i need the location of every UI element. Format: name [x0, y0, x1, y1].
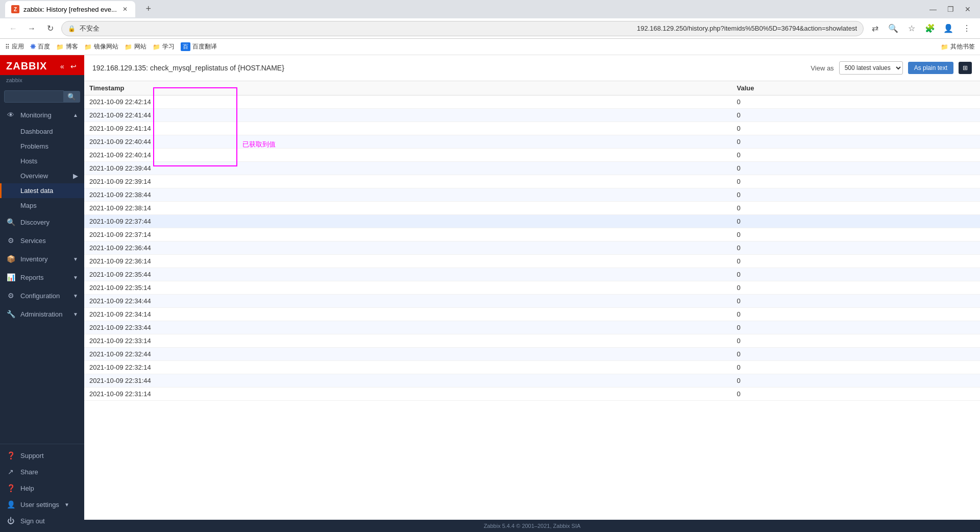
bookmark-label: 百度翻译: [192, 42, 217, 51]
cell-timestamp: 2021-10-09 22:38:14: [84, 202, 732, 215]
help-icon: ❓: [6, 483, 15, 493]
close-button[interactable]: ✕: [961, 2, 975, 16]
reports-icon: 📊: [6, 273, 15, 282]
sidebar-item-monitoring[interactable]: 👁 Monitoring ▲: [0, 106, 84, 124]
sidebar-item-configuration[interactable]: ⚙ Configuration ▼: [0, 286, 84, 305]
sidebar-search-area: 🔍: [0, 87, 84, 106]
extensions-button[interactable]: 🧩: [923, 21, 937, 36]
sidebar-collapse-left[interactable]: «: [58, 62, 67, 71]
as-plain-text-button[interactable]: As plain text: [908, 62, 953, 74]
sidebar-item-label: Latest data: [20, 187, 53, 195]
back-button[interactable]: ←: [6, 21, 20, 36]
bookmark-site[interactable]: 📁 网站: [125, 42, 146, 51]
search-button[interactable]: 🔍: [886, 21, 900, 36]
sidebar-item-sign-out[interactable]: ⏻ Sign out: [0, 513, 84, 529]
sidebar-item-inventory[interactable]: 📦 Inventory ▼: [0, 250, 84, 268]
table-row: 2021-10-09 22:36:440: [84, 241, 980, 255]
view-select[interactable]: 500 latest values 100 latest values Last…: [839, 61, 903, 75]
cell-timestamp: 2021-10-09 22:41:14: [84, 122, 732, 135]
sidebar-item-hosts[interactable]: Hosts: [0, 154, 84, 168]
minimize-button[interactable]: —: [926, 2, 940, 16]
cell-timestamp: 2021-10-09 22:37:44: [84, 215, 732, 228]
cell-value: 0: [732, 334, 981, 348]
cell-timestamp: 2021-10-09 22:39:44: [84, 162, 732, 175]
baidu-icon: ❋: [30, 43, 36, 51]
sidebar-item-administration[interactable]: 🔧 Administration ▼: [0, 305, 84, 323]
bookmark-others[interactable]: 📁 其他书签: [941, 42, 975, 51]
cell-timestamp: 2021-10-09 22:35:14: [84, 281, 732, 295]
restore-button[interactable]: ❐: [943, 2, 958, 16]
translate-icon: 百: [181, 42, 190, 51]
sidebar-item-label: Hosts: [20, 157, 37, 165]
menu-button[interactable]: ⋮: [960, 21, 974, 36]
sidebar-collapse-right[interactable]: ↩: [69, 62, 78, 71]
cell-timestamp: 2021-10-09 22:40:44: [84, 135, 732, 149]
cell-value: 0: [732, 149, 981, 162]
bookmark-button[interactable]: ☆: [904, 21, 919, 36]
page-title: 192.168.129.135: check_mysql_replistatus…: [92, 64, 284, 72]
sidebar-item-support[interactable]: ❓ Support: [0, 447, 84, 464]
cell-timestamp: 2021-10-09 22:42:14: [84, 95, 732, 109]
tab-close-button[interactable]: ✕: [121, 5, 129, 13]
table-row: 2021-10-09 22:39:140: [84, 175, 980, 188]
sidebar-item-dashboard[interactable]: Dashboard: [0, 124, 84, 139]
sidebar-item-services[interactable]: ⚙ Services: [0, 231, 84, 250]
sidebar-search-input[interactable]: [4, 90, 64, 103]
table-row: 2021-10-09 22:33:440: [84, 321, 980, 334]
sidebar-item-maps[interactable]: Maps: [0, 198, 84, 213]
address-bar[interactable]: 🔒 不安全 192.168.129.250/history.php?itemid…: [61, 21, 864, 36]
cell-timestamp: 2021-10-09 22:38:44: [84, 188, 732, 202]
app-container: ZABBIX « ↩ zabbix 🔍 👁 Monitoring ▲ Dashb…: [0, 55, 980, 532]
table-row: 2021-10-09 22:37:440: [84, 215, 980, 228]
bookmarks-bar: ⠿ 应用 ❋ 百度 📁 博客 📁 镜像网站 📁 网站 📁 学习 百 百度翻译 📁: [0, 39, 980, 55]
sidebar-item-reports[interactable]: 📊 Reports ▼: [0, 268, 84, 286]
bookmark-mirror[interactable]: 📁 镜像网站: [84, 42, 118, 51]
bookmark-apps[interactable]: ⠿ 应用: [5, 42, 24, 51]
cell-value: 0: [732, 348, 981, 361]
sidebar-item-share[interactable]: ↗ Share: [0, 464, 84, 480]
sidebar-item-latest-data[interactable]: Latest data: [0, 183, 84, 198]
cell-value: 0: [732, 188, 981, 202]
sidebar-search-button[interactable]: 🔍: [63, 91, 80, 103]
sidebar-bottom: ❓ Support ↗ Share ❓ Help 👤 User settings…: [0, 444, 84, 532]
cell-timestamp: 2021-10-09 22:32:44: [84, 348, 732, 361]
forward-button[interactable]: →: [24, 21, 39, 36]
sidebar-item-label: Support: [20, 452, 44, 460]
sidebar-item-label: Administration: [20, 310, 68, 318]
chevron-down-icon: ▼: [73, 311, 78, 317]
bookmark-translate[interactable]: 百 百度翻译: [181, 42, 217, 51]
sidebar-item-problems[interactable]: Problems: [0, 139, 84, 154]
table-row: 2021-10-09 22:36:140: [84, 255, 980, 268]
profile-button[interactable]: 👤: [941, 21, 955, 36]
bookmark-baidu[interactable]: ❋ 百度: [30, 42, 50, 51]
column-value: Value: [732, 81, 981, 95]
browser-tab[interactable]: Z zabbix: History [refreshed eve... ✕: [5, 1, 135, 17]
sidebar-item-label: Inventory: [20, 255, 68, 263]
page-actions: View as 500 latest values 100 latest val…: [811, 61, 972, 75]
sidebar-item-discovery[interactable]: 🔍 Discovery: [0, 213, 84, 231]
translate-button[interactable]: ⇄: [868, 21, 882, 36]
reload-button[interactable]: ↻: [43, 21, 57, 36]
tab-title: zabbix: History [refreshed eve...: [23, 6, 117, 13]
sidebar-item-label: Monitoring: [20, 111, 68, 119]
bookmark-label: 学习: [162, 42, 175, 51]
main-area: 192.168.129.135: check_mysql_replistatus…: [84, 55, 980, 532]
sign-out-icon: ⏻: [6, 516, 15, 525]
browser-navbar: ← → ↻ 🔒 不安全 192.168.129.250/history.php?…: [0, 18, 980, 39]
cell-timestamp: 2021-10-09 22:39:14: [84, 175, 732, 188]
graph-view-button[interactable]: ⊞: [959, 62, 972, 74]
chevron-down-icon: ▼: [73, 275, 78, 280]
new-tab-button[interactable]: +: [141, 2, 156, 16]
cell-timestamp: 2021-10-09 22:33:44: [84, 321, 732, 334]
sidebar-item-help[interactable]: ❓ Help: [0, 480, 84, 496]
bookmark-blog[interactable]: 📁 博客: [56, 42, 78, 51]
table-row: 2021-10-09 22:41:440: [84, 109, 980, 122]
cell-timestamp: 2021-10-09 22:34:14: [84, 308, 732, 321]
sidebar-item-overview[interactable]: Overview ▶: [0, 168, 84, 183]
bookmark-study[interactable]: 📁 学习: [153, 42, 175, 51]
sidebar-item-user-settings[interactable]: 👤 User settings ▼: [0, 496, 84, 513]
cell-value: 0: [732, 281, 981, 295]
support-icon: ❓: [6, 451, 15, 460]
sidebar-item-label: Share: [20, 468, 38, 476]
folder-icon: 📁: [941, 43, 948, 51]
